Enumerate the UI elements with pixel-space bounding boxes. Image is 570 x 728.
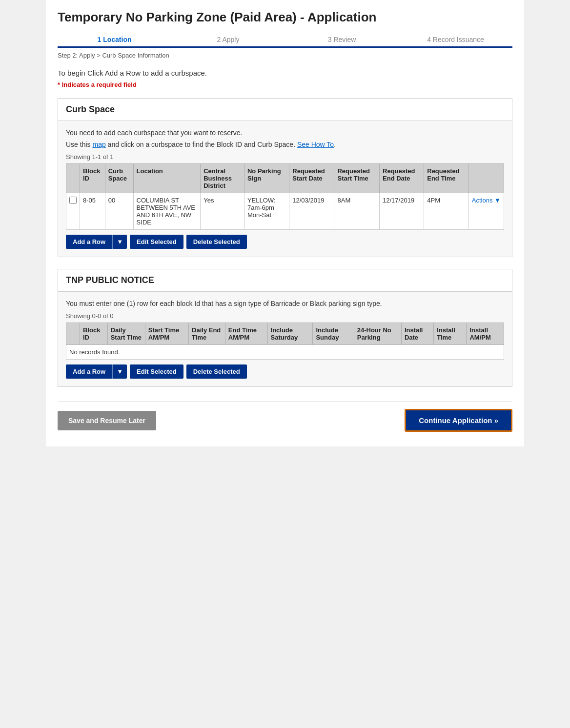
row-req-start-time: 8AM [334,193,380,230]
tnp-body: You must enter one (1) row for each bloc… [58,292,512,386]
tnp-th-install-time: Install Time [434,323,467,345]
curb-space-body: You need to add each curbspace that you … [58,121,512,257]
curb-add-row-button[interactable]: Add a Row [66,235,112,249]
page-title: Temporary No Parking Zone (Paid Area) - … [58,10,512,25]
th-checkbox [66,164,80,193]
th-req-start-date: Requested Start Date [289,164,334,193]
tnp-th-start-time-ampm: Start Time AM/PM [145,323,188,345]
breadcrumb: Step 2: Apply > Curb Space Information [58,52,512,59]
instruction-text: To begin Click Add a Row to add a curbsp… [58,69,512,77]
row-req-end-date: 12/17/2019 [380,193,424,230]
tnp-th-24hr-no-parking: 24-Hour No Parking [354,323,401,345]
tnp-th-install-date: Install Date [401,323,433,345]
tnp-th-checkbox [66,323,80,345]
map-link[interactable]: map [92,141,105,148]
tnp-th-include-saturday: Include Saturday [267,323,313,345]
curb-space-btn-row: Add a Row ▼ Edit Selected Delete Selecte… [66,235,504,249]
tnp-th-end-time-ampm: End Time AM/PM [225,323,267,345]
step-location: 1 Location [58,32,171,46]
tnp-dropdown-arrow-icon: ▼ [117,368,123,375]
curb-delete-selected-button[interactable]: Delete Selected [186,235,247,249]
th-location: Location [133,164,201,193]
row-checkbox-cell[interactable] [66,193,80,230]
step-location-link[interactable]: 1 Location [97,36,131,43]
curb-space-showing: Showing 1-1 of 1 [66,153,504,161]
dropdown-arrow-icon: ▼ [117,238,123,245]
curb-space-desc2: Use this map and click on a curbspace to… [66,141,504,148]
curb-add-row-dropdown[interactable]: ▼ [112,235,127,249]
continue-application-button[interactable]: Continue Application » [405,409,512,432]
row-curb-space: 00 [105,193,133,230]
save-later-button[interactable]: Save and Resume Later [58,411,156,430]
tnp-th-include-sunday: Include Sunday [313,323,354,345]
row-location: COLUMBIA ST BETWEEN 5TH AVE AND 6TH AVE,… [133,193,201,230]
tnp-desc: You must enter one (1) row for each bloc… [66,300,504,307]
table-row: 8-05 00 COLUMBIA ST BETWEEN 5TH AVE AND … [66,193,504,230]
tnp-table: Block ID Daily Start Time Start Time AM/… [66,323,504,360]
th-req-start-time: Requested Start Time [334,164,380,193]
add-row-group: Add a Row ▼ [66,235,127,249]
tnp-th-daily-start-time: Daily Start Time [107,323,145,345]
curb-space-header-row: Block ID Curb Space Location Central Bus… [66,164,504,193]
tnp-add-row-dropdown[interactable]: ▼ [112,364,127,379]
tnp-th-install-ampm: Install AM/PM [467,323,504,345]
steps-bar: 1 Location 2 Apply 3 Review 4 Record Iss… [58,32,512,48]
curb-space-title: Curb Space [66,104,504,115]
tnp-header: TNP PUBLIC NOTICE [58,269,512,292]
th-req-end-date: Requested End Date [380,164,424,193]
required-note: * Indicates a required field [58,81,512,88]
curb-space-desc1: You need to add each curbspace that you … [66,129,504,137]
th-req-end-time: Requested End Time [424,164,469,193]
th-block-id: Block ID [80,164,105,193]
tnp-th-block-id: Block ID [80,323,108,345]
tnp-btn-row: Add a Row ▼ Edit Selected Delete Selecte… [66,364,504,379]
see-how-to-link[interactable]: See How To [297,141,334,148]
row-block-id: 8-05 [80,193,105,230]
tnp-header-row: Block ID Daily Start Time Start Time AM/… [66,323,504,345]
tnp-title: TNP PUBLIC NOTICE [66,275,504,285]
th-no-parking-sign: No Parking Sign [244,164,289,193]
curb-edit-selected-button[interactable]: Edit Selected [130,235,183,249]
row-req-start-date: 12/03/2019 [289,193,334,230]
th-actions [468,164,504,193]
step-record-issuance: 4 Record Issuance [399,32,512,46]
tnp-no-records-row: No records found. [66,345,504,360]
tnp-section: TNP PUBLIC NOTICE You must enter one (1)… [58,269,512,387]
tnp-th-daily-end-time: Daily End Time [189,323,225,345]
th-cbd: Central Business District [201,164,244,193]
row-cbd: Yes [201,193,244,230]
page-container: Temporary No Parking Zone (Paid Area) - … [46,0,524,446]
footer-actions: Save and Resume Later Continue Applicati… [58,402,512,432]
curb-space-header: Curb Space [58,99,512,121]
tnp-edit-selected-button[interactable]: Edit Selected [130,364,183,379]
tnp-showing: Showing 0-0 of 0 [66,312,504,320]
row-req-end-time: 4PM [424,193,469,230]
step-apply: 2 Apply [171,32,285,46]
row-no-parking-sign: YELLOW: 7am-6pm Mon-Sat [244,193,289,230]
tnp-add-row-button[interactable]: Add a Row [66,364,112,379]
step-review: 3 Review [285,32,399,46]
tnp-add-row-group: Add a Row ▼ [66,364,127,379]
th-curb-space: Curb Space [105,164,133,193]
tnp-delete-selected-button[interactable]: Delete Selected [186,364,247,379]
row-actions[interactable]: Actions ▼ [468,193,504,230]
curb-space-section: Curb Space You need to add each curbspac… [58,98,512,257]
tnp-no-records: No records found. [66,345,504,360]
row-checkbox[interactable] [69,197,77,204]
curb-space-table: Block ID Curb Space Location Central Bus… [66,163,504,230]
